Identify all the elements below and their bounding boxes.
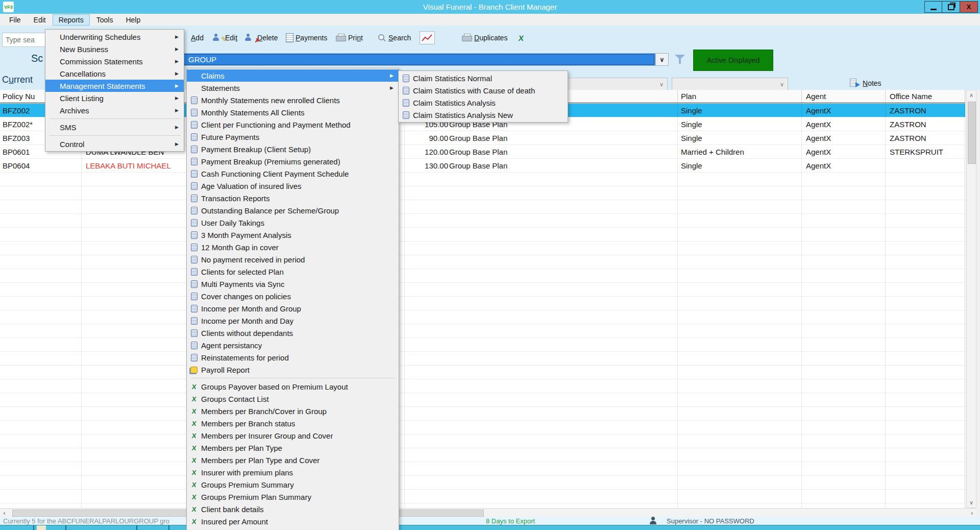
- print-button[interactable]: Print: [336, 30, 363, 46]
- delete-button[interactable]: ✗ Delete: [245, 30, 278, 46]
- group-combobox-arrow[interactable]: ∨: [655, 53, 669, 66]
- menu-item[interactable]: ▶: [45, 116, 184, 121]
- add-button[interactable]: Add: [191, 30, 204, 46]
- strip-segment: [37, 525, 46, 530]
- menu-item[interactable]: Monthly Statements new enrolled Clients …: [187, 94, 399, 106]
- filter-combobox-1[interactable]: ∨: [565, 78, 668, 91]
- menubar-item[interactable]: Edit: [28, 14, 52, 26]
- menu-item[interactable]: Members per Branch/Cover in Group ▶: [187, 405, 399, 417]
- menu-item[interactable]: Multi Payments via Sync ▶: [187, 278, 399, 290]
- menu-item[interactable]: User Daily Takings ▶: [187, 216, 399, 229]
- scroll-down-icon[interactable]: ∨: [967, 498, 976, 508]
- menu-item[interactable]: Clients for selected Plan ▶: [187, 266, 399, 278]
- minimize-button[interactable]: [924, 1, 942, 13]
- menu-item[interactable]: Age Valuation of insured lives ▶: [187, 180, 399, 192]
- menu-item[interactable]: Stop order Clients ▶: [187, 527, 399, 530]
- menu-item[interactable]: Agent persistancy ▶: [187, 339, 399, 351]
- edit-button[interactable]: ✎ Edit: [213, 30, 237, 46]
- menu-item-label: Groups Premium Plan Summary: [201, 493, 311, 501]
- menu-item[interactable]: Groups Premium Summary ▶: [187, 478, 399, 491]
- active-displayed-button[interactable]: Active Displayed: [693, 50, 773, 71]
- menu-item[interactable]: Groups Premium Plan Summary ▶: [187, 491, 399, 503]
- menu-item[interactable]: Members per Insurer Group and Cover ▶: [187, 429, 399, 442]
- column-header-agent[interactable]: Agent: [802, 90, 886, 103]
- menu-item[interactable]: Members per Branch status ▶: [187, 417, 399, 429]
- menu-item[interactable]: Commission Statements ▶: [45, 55, 184, 67]
- menu-item[interactable]: Archives ▶: [45, 104, 184, 116]
- menu-item[interactable]: Future Payments ▶: [187, 131, 399, 143]
- filter-funnel-icon[interactable]: [675, 54, 686, 65]
- column-header-plan[interactable]: Plan: [678, 90, 802, 103]
- menu-item[interactable]: Underwriting Schedules ▶: [45, 31, 184, 43]
- excel-export-button[interactable]: X: [519, 30, 524, 46]
- menu-item[interactable]: Members per Plan Type ▶: [187, 442, 399, 454]
- menu-item[interactable]: Monthly Statements All Clients ▶: [187, 106, 399, 118]
- filter-combobox-2[interactable]: ∨: [672, 78, 788, 91]
- menubar-item[interactable]: Tools: [90, 14, 119, 26]
- vertical-scrollbar[interactable]: ∧ ∨: [966, 90, 976, 508]
- scroll-right-icon[interactable]: ›: [968, 509, 976, 517]
- menu-item[interactable]: Insured per Amount ▶: [187, 515, 399, 527]
- menu-item[interactable]: Payment Breakup (Client Setup) ▶: [187, 143, 399, 155]
- menu-item[interactable]: Insurer with premium plans ▶: [187, 466, 399, 478]
- menu-item-icon: [47, 45, 58, 53]
- menu-item[interactable]: Client Listing ▶: [45, 92, 184, 104]
- menu-item[interactable]: Cover changes on policies ▶: [187, 290, 399, 302]
- menu-item[interactable]: No payment received in period ▶: [187, 253, 399, 266]
- menu-item[interactable]: Reinstatements for period ▶: [187, 351, 399, 364]
- menu-item[interactable]: 3 Month Payment Analysis ▶: [187, 229, 399, 241]
- menu-item[interactable]: 12 Month Gap in cover ▶: [187, 241, 399, 253]
- menu-item[interactable]: Groups Payover based on Premium Layout ▶: [187, 380, 399, 393]
- menu-item[interactable]: Claim Statistics Analysis ▶: [399, 97, 568, 109]
- menu-item-label: Insurer with premium plans: [201, 468, 293, 477]
- notes-button[interactable]: Notes: [849, 79, 881, 87]
- menu-item[interactable]: ▶: [187, 376, 399, 380]
- submenu-arrow-icon: ▶: [175, 46, 183, 52]
- payments-button[interactable]: Payments: [286, 30, 327, 46]
- menu-item[interactable]: Management Statements ▶: [45, 80, 184, 92]
- column-header-office[interactable]: Office Name: [886, 90, 965, 103]
- menu-item-label: Cover changes on policies: [201, 292, 291, 301]
- scroll-left-icon[interactable]: ‹: [0, 509, 9, 517]
- menu-item[interactable]: Cancellations ▶: [45, 67, 184, 80]
- menu-item[interactable]: Client per Functioning and Payment Metho…: [187, 118, 399, 131]
- menu-item[interactable]: Client bank details ▶: [187, 503, 399, 515]
- menu-item[interactable]: Claim Statistics Analysis New ▶: [399, 109, 568, 121]
- chart-button[interactable]: [420, 30, 435, 46]
- menu-item[interactable]: Control ▶: [45, 138, 184, 150]
- menu-item[interactable]: Outstanding Balance per Scheme/Group ▶: [187, 204, 399, 216]
- menu-item[interactable]: Clients without dependants ▶: [187, 327, 399, 339]
- search-button[interactable]: Search: [378, 30, 411, 46]
- menu-item-label: Payment Breakup (Client Setup): [201, 145, 311, 154]
- menubar-item[interactable]: Help: [119, 14, 146, 26]
- menu-item-icon: [189, 505, 199, 513]
- table-row[interactable]: BP0604 LEBAKA BUTI MICHAEL 130.00 Group …: [0, 159, 965, 173]
- strip-divider: [33, 525, 34, 530]
- duplicates-button[interactable]: Duplicates: [462, 30, 507, 46]
- menubar-item[interactable]: Reports: [53, 14, 90, 26]
- menu-item[interactable]: Income per Month and Day ▶: [187, 315, 399, 327]
- vertical-scroll-thumb[interactable]: [968, 102, 976, 164]
- menu-item[interactable]: Payment Breakup (Premiums generated) ▶: [187, 155, 399, 167]
- menu-item[interactable]: ▶: [45, 133, 184, 138]
- horizontal-scrollbar[interactable]: ‹ ›: [0, 508, 976, 517]
- menu-item[interactable]: Cash Functioning Client Payment Schedule…: [187, 167, 399, 180]
- menu-item[interactable]: Transaction Reports ▶: [187, 192, 399, 204]
- search-label: Search: [388, 34, 411, 42]
- menu-item[interactable]: New Business ▶: [45, 43, 184, 55]
- menu-item[interactable]: Income per Month and Group ▶: [187, 302, 399, 315]
- menu-item[interactable]: Members per Plan Type and Cover ▶: [187, 454, 399, 466]
- menu-item[interactable]: Groups Contact List ▶: [187, 393, 399, 405]
- menubar-item[interactable]: File: [3, 14, 27, 26]
- menu-item[interactable]: Claim Statistics with Cause of death ▶: [399, 84, 568, 97]
- scroll-up-icon[interactable]: ∧: [967, 90, 976, 100]
- close-button[interactable]: X: [960, 1, 978, 13]
- restore-button[interactable]: [942, 1, 960, 13]
- menu-item[interactable]: Claim Statistics Normal ▶: [399, 72, 568, 84]
- menu-item-label: Income per Month and Day: [201, 317, 293, 325]
- menu-item-icon: [47, 123, 58, 131]
- menu-item[interactable]: Claims ▶: [187, 69, 399, 82]
- menu-item[interactable]: SMS ▶: [45, 121, 184, 133]
- menu-item[interactable]: Statements ▶: [187, 82, 399, 94]
- menu-item[interactable]: Payroll Report ▶: [187, 364, 399, 376]
